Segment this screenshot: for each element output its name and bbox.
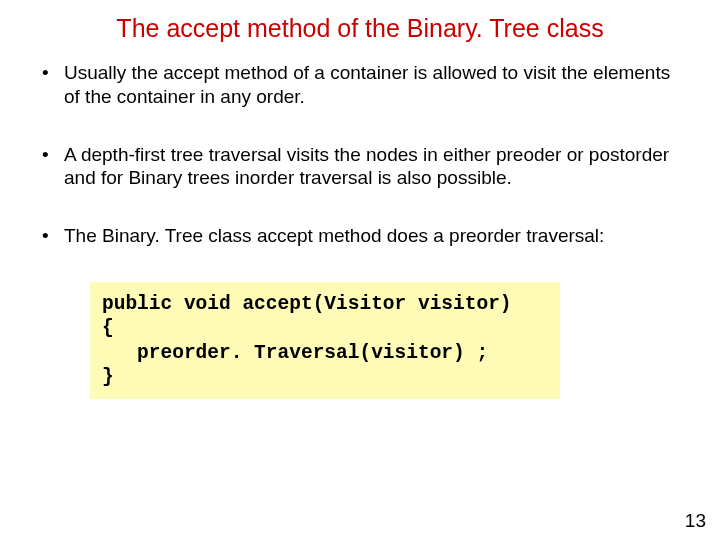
bullet-item: • A depth-first tree traversal visits th…	[40, 143, 680, 191]
code-line: {	[102, 317, 114, 339]
page-number: 13	[685, 510, 706, 532]
bullet-list: • Usually the accept method of a contain…	[0, 53, 720, 248]
bullet-text: The Binary. Tree class accept method doe…	[58, 224, 680, 248]
bullet-item: • Usually the accept method of a contain…	[40, 61, 680, 109]
code-line: preorder. Traversal(visitor) ;	[102, 342, 488, 364]
code-line: }	[102, 366, 114, 388]
bullet-item: • The Binary. Tree class accept method d…	[40, 224, 680, 248]
bullet-dot-icon: •	[40, 224, 58, 248]
bullet-text: Usually the accept method of a container…	[58, 61, 680, 109]
code-line: public void accept(Visitor visitor)	[102, 293, 512, 315]
bullet-text: A depth-first tree traversal visits the …	[58, 143, 680, 191]
slide-title: The accept method of the Binary. Tree cl…	[0, 0, 720, 53]
bullet-dot-icon: •	[40, 61, 58, 85]
code-block: public void accept(Visitor visitor) { pr…	[90, 282, 560, 400]
bullet-dot-icon: •	[40, 143, 58, 167]
slide: The accept method of the Binary. Tree cl…	[0, 0, 720, 540]
